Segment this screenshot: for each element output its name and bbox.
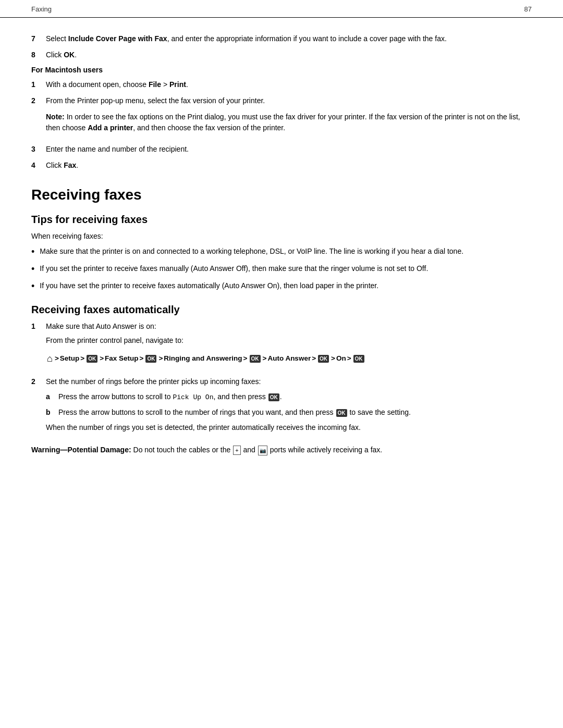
mac-step-4-text-before: Click	[46, 161, 64, 169]
port-icon-2: 📷	[258, 446, 267, 455]
nav-arrow-6: >	[243, 352, 248, 365]
nav-arrow-1: >	[55, 352, 59, 365]
bullet-icon-1: •	[31, 245, 34, 259]
warning-label: Warning—Potential Damage:	[31, 446, 131, 454]
mac-note: Note: In order to see the fax options on…	[46, 112, 532, 133]
tip-3-text: If you have set the printer to receive f…	[40, 280, 378, 291]
auto-step-2-after-text: When the number of rings you set is dete…	[46, 422, 532, 433]
mac-step-3-number: 3	[31, 144, 46, 155]
auto-fax-title: Receiving faxes automatically	[31, 304, 532, 316]
step-7-bold: Include Cover Page with Fax	[68, 34, 167, 43]
tips-list: • Make sure that the printer is on and c…	[31, 246, 532, 293]
mac-section-heading: For Macintosh users	[31, 66, 532, 74]
receiving-faxes-title: Receiving faxes	[31, 187, 532, 203]
mac-step-3-content: Enter the name and number of the recipie…	[46, 144, 532, 155]
tip-1-text: Make sure that the printer is on and con…	[40, 246, 463, 257]
step-7-content: Select Include Cover Page with Fax, and …	[46, 33, 532, 44]
step-8-text-before: Click	[46, 51, 64, 59]
sub-a-text-before: Press the arrow buttons to scroll to	[58, 392, 173, 401]
list-item: • If you have set the printer to receive…	[31, 280, 532, 293]
page-header: Faxing 87	[0, 0, 563, 18]
ok-badge-6: OK	[268, 393, 279, 401]
sub-b-text-before: Press the arrow buttons to scroll to the…	[58, 408, 336, 416]
step-7-number: 7	[31, 33, 46, 44]
auto-step-2-content: Set the number of rings before the print…	[46, 376, 532, 436]
nav-auto-answer: Auto Answer	[267, 352, 311, 365]
sub-step-a-content: Press the arrow buttons to scroll to Pic…	[58, 391, 532, 403]
mac-step-2-content: From the Printer pop-up menu, select the…	[46, 95, 532, 139]
mac-note-label: Note:	[46, 113, 65, 121]
sub-a-text-end: .	[280, 392, 282, 401]
step-8-text-after: .	[75, 51, 77, 59]
nav-ringing: Ringing and Answering	[164, 352, 242, 365]
nav-on: On	[336, 352, 346, 365]
nav-arrow-2: >	[80, 352, 84, 365]
nav-arrow-5: >	[158, 352, 163, 365]
tip-2-text: If you set the printer to receive faxes …	[40, 263, 428, 274]
mac-step-2-number: 2	[31, 95, 46, 139]
home-icon: ⌂	[47, 350, 53, 367]
ok-badge-3: OK	[250, 355, 261, 363]
warning-and: and	[241, 446, 258, 454]
mac-step-4-bold: Fax	[64, 161, 76, 169]
sub-step-b: b Press the arrow buttons to scroll to t…	[46, 407, 532, 418]
tips-title: Tips for receiving faxes	[31, 214, 532, 226]
sub-step-b-label: b	[46, 407, 58, 418]
nav-arrow-8: >	[312, 352, 316, 365]
bullet-icon-3: •	[31, 279, 34, 293]
auto-step-2: 2 Set the number of rings before the pri…	[31, 376, 532, 436]
header-section-label: Faxing	[31, 5, 52, 13]
auto-step-2-text: Set the number of rings before the print…	[46, 376, 532, 387]
auto-step-1-number: 1	[31, 321, 46, 371]
ok-badge-4: OK	[318, 355, 329, 363]
nav-fax-setup: Fax Setup	[105, 352, 139, 365]
mac-step-3-text: Enter the name and number of the recipie…	[46, 145, 189, 153]
sub-a-text-after: , and then press	[213, 392, 267, 401]
mac-step-1-text-before: With a document open, choose	[46, 80, 149, 89]
sub-a-mono: Pick Up On	[173, 393, 213, 401]
warning-section: Warning—Potential Damage: Do not touch t…	[31, 445, 532, 455]
mac-step-1: 1 With a document open, choose File > Pr…	[31, 79, 532, 90]
step-7-text-after: , and enter the appropriate information …	[167, 34, 447, 43]
nav-arrow-9: >	[331, 352, 335, 365]
step-8-number: 8	[31, 50, 46, 60]
auto-step-1-text: Make sure that Auto Answer is on:	[46, 321, 532, 332]
nav-arrow-3: >	[100, 352, 104, 365]
step-8-content: Click OK.	[46, 50, 532, 60]
bullet-icon-2: •	[31, 262, 34, 276]
mac-step-1-content: With a document open, choose File > Prin…	[46, 79, 532, 90]
auto-step-1: 1 Make sure that Auto Answer is on: From…	[31, 321, 532, 371]
step-8: 8 Click OK.	[31, 50, 532, 60]
mac-step-1-bold2: Print	[169, 80, 186, 89]
mac-step-1-text-after: .	[186, 80, 188, 89]
step-8-bold: OK	[64, 51, 75, 59]
auto-step-2-number: 2	[31, 376, 46, 436]
mac-step-2: 2 From the Printer pop-up menu, select t…	[31, 95, 532, 139]
mac-step-2-text: From the Printer pop-up menu, select the…	[46, 95, 532, 106]
mac-step-1-bold1: File	[149, 80, 161, 89]
mac-note-text-after: , and then choose the fax version of the…	[133, 124, 285, 132]
mac-step-4: 4 Click Fax.	[31, 160, 532, 171]
ok-badge-1: OK	[87, 355, 97, 363]
step-7: 7 Select Include Cover Page with Fax, an…	[31, 33, 532, 44]
warning-text-after: ports while actively receiving a fax.	[268, 446, 382, 454]
sub-step-a-label: a	[46, 391, 58, 403]
list-item: • Make sure that the printer is on and c…	[31, 246, 532, 259]
auto-step-1-nav-intro: From the printer control panel, navigate…	[46, 335, 532, 346]
sub-b-text-after: to save the setting.	[348, 408, 411, 416]
mac-step-4-text-after: .	[76, 161, 78, 169]
nav-path: ⌂ > Setup > OK > Fax Setup > OK > Ringin…	[46, 350, 532, 367]
page-content: 7 Select Include Cover Page with Fax, an…	[0, 28, 563, 476]
mac-step-1-number: 1	[31, 79, 46, 90]
nav-setup: Setup	[60, 352, 80, 365]
mac-step-4-number: 4	[31, 160, 46, 171]
nav-arrow-10: >	[347, 352, 351, 365]
nav-arrow-7: >	[263, 352, 267, 365]
auto-step-1-content: Make sure that Auto Answer is on: From t…	[46, 321, 532, 371]
mac-step-1-separator: >	[161, 80, 169, 89]
warning-text: Do not touch the cables or the	[131, 446, 233, 454]
list-item: • If you set the printer to receive faxe…	[31, 263, 532, 276]
page: Faxing 87 7 Select Include Cover Page wi…	[0, 0, 563, 728]
step-7-text-before: Select	[46, 34, 68, 43]
header-page-number: 87	[524, 5, 532, 13]
